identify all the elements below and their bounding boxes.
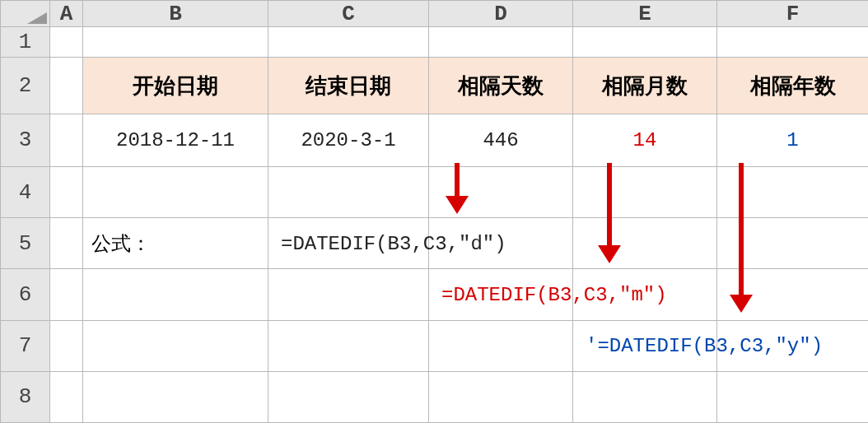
cell-A6[interactable]: [50, 269, 83, 320]
row-header-1[interactable]: 1: [1, 27, 50, 58]
cell-C1[interactable]: [268, 27, 429, 58]
cell-months[interactable]: 14: [573, 114, 717, 166]
formula-y-text: '=DATEDIF(B3,C3,"y"): [586, 335, 823, 357]
cell-formula-y[interactable]: '=DATEDIF(B3,C3,"y"): [573, 320, 717, 371]
cell-F8[interactable]: [717, 371, 869, 422]
cell-D4[interactable]: [429, 167, 573, 218]
cell-D1[interactable]: [429, 27, 573, 58]
cell-B8[interactable]: [83, 371, 268, 422]
spreadsheet: A B C D E F 1 2 开始日期 结束日期 相隔天数 相隔月数 相隔年数…: [0, 0, 868, 423]
cell-E5[interactable]: [573, 218, 717, 269]
cell-E1[interactable]: [573, 27, 717, 58]
formula-m-text: =DATEDIF(B3,C3,"m"): [441, 283, 667, 305]
grid[interactable]: A B C D E F 1 2 开始日期 结束日期 相隔天数 相隔月数 相隔年数…: [0, 0, 868, 423]
cell-B7[interactable]: [83, 320, 268, 371]
cell-B1[interactable]: [83, 27, 268, 58]
cell-A2[interactable]: [50, 58, 83, 114]
col-header-A[interactable]: A: [50, 1, 83, 27]
row-header-3[interactable]: 3: [1, 114, 50, 166]
cell-C6[interactable]: [268, 269, 429, 320]
cell-A7[interactable]: [50, 320, 83, 371]
cell-D7[interactable]: [429, 320, 573, 371]
cell-C7[interactable]: [268, 320, 429, 371]
cell-formula-m[interactable]: =DATEDIF(B3,C3,"m"): [429, 269, 573, 320]
cell-A5[interactable]: [50, 218, 83, 269]
cell-A4[interactable]: [50, 167, 83, 218]
header-end-date[interactable]: 结束日期: [268, 58, 429, 114]
cell-A3[interactable]: [50, 114, 83, 166]
cell-A8[interactable]: [50, 371, 83, 422]
cell-F1[interactable]: [717, 27, 869, 58]
cell-end-date[interactable]: 2020-3-1: [268, 114, 429, 166]
formula-label[interactable]: 公式：: [83, 218, 268, 269]
row-header-5[interactable]: 5: [1, 218, 50, 269]
cell-C4[interactable]: [268, 167, 429, 218]
cell-E4[interactable]: [573, 167, 717, 218]
col-header-F[interactable]: F: [717, 1, 869, 27]
select-all-corner[interactable]: [1, 1, 50, 27]
cell-start-date[interactable]: 2018-12-11: [83, 114, 268, 166]
col-header-E[interactable]: E: [573, 1, 717, 27]
row-header-4[interactable]: 4: [1, 167, 50, 218]
header-years[interactable]: 相隔年数: [717, 58, 869, 114]
col-header-B[interactable]: B: [83, 1, 268, 27]
row-header-7[interactable]: 7: [1, 320, 50, 371]
row-header-2[interactable]: 2: [1, 58, 50, 114]
cell-F5[interactable]: [717, 218, 869, 269]
cell-A1[interactable]: [50, 27, 83, 58]
cell-B4[interactable]: [83, 167, 268, 218]
cell-years[interactable]: 1: [717, 114, 869, 166]
header-start-date[interactable]: 开始日期: [83, 58, 268, 114]
cell-C8[interactable]: [268, 371, 429, 422]
header-months[interactable]: 相隔月数: [573, 58, 717, 114]
col-header-C[interactable]: C: [268, 1, 429, 27]
col-header-D[interactable]: D: [429, 1, 573, 27]
header-days[interactable]: 相隔天数: [429, 58, 573, 114]
cell-D8[interactable]: [429, 371, 573, 422]
cell-formula-d[interactable]: =DATEDIF(B3,C3,"d"): [268, 218, 429, 269]
cell-F4[interactable]: [717, 167, 869, 218]
row-header-6[interactable]: 6: [1, 269, 50, 320]
cell-days[interactable]: 446: [429, 114, 573, 166]
cell-E8[interactable]: [573, 371, 717, 422]
row-header-8[interactable]: 8: [1, 371, 50, 422]
formula-d-text: =DATEDIF(B3,C3,"d"): [281, 232, 506, 254]
cell-F6[interactable]: [717, 269, 869, 320]
cell-B6[interactable]: [83, 269, 268, 320]
